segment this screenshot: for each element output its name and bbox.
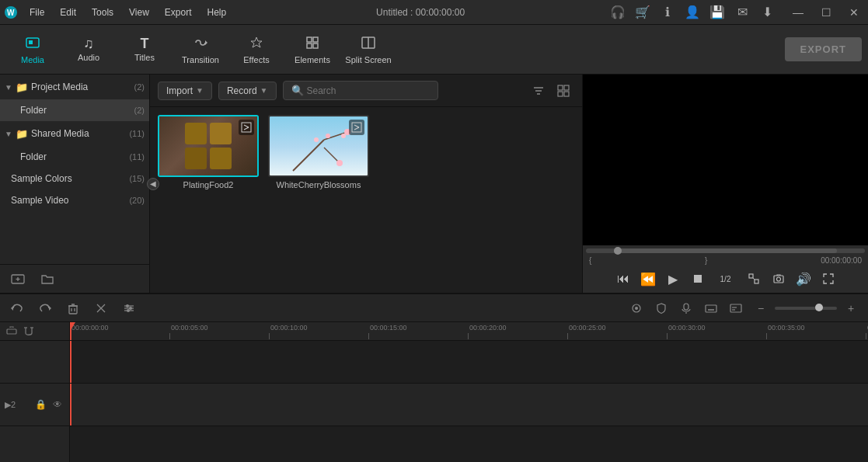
menu-help[interactable]: Help [200,0,235,25]
svg-rect-34 [755,280,758,283]
download-icon[interactable]: ⬇ [756,2,778,23]
sample-colors-item[interactable]: Sample Colors (15) [0,168,149,189]
svg-point-50 [635,307,638,310]
media-item-plating[interactable]: PlatingFood2 [158,115,259,189]
minimize-button[interactable]: — [784,0,812,25]
delete-button[interactable] [62,297,84,319]
toolbar-splitscreen[interactable]: Split Screen [342,28,395,71]
project-media-folder[interactable]: Folder (2) [0,99,149,121]
svg-line-21 [244,127,249,130]
titles-icon: T [141,36,149,50]
svg-rect-9 [313,43,318,48]
menu-file[interactable]: File [22,0,52,25]
grid-view-icon[interactable] [553,80,574,102]
app-logo: W [0,0,22,25]
menu-export[interactable]: Export [157,0,200,25]
audio-adjust-button[interactable] [118,297,140,319]
svg-point-48 [127,309,130,312]
new-folder-button[interactable] [36,269,59,288]
toolbar-titles[interactable]: T Titles [118,28,171,71]
playback-speed[interactable]: 1/2 [712,268,740,290]
media-item-cherry[interactable]: WhiteCherryBlossoms [268,115,369,189]
preview-controls: { } 00:00:00:00 ⏮ ⏪ ▶ ⏹ 1/2 🔊 [583,245,868,293]
sample-video-item[interactable]: Sample Video (20) [0,189,149,211]
add-track-icon[interactable] [5,325,19,339]
media-thumb-plating[interactable] [158,115,259,177]
volume-button[interactable]: 🔊 [793,268,814,290]
ruler-tick-7: 00:00:35:00 [766,322,805,339]
account-icon[interactable]: 👤 [682,2,703,23]
stop-button[interactable]: ⏹ [687,268,709,290]
shared-folder-icon: 📁 [16,128,28,140]
track2-lock-icon[interactable]: 🔒 [33,398,47,412]
redo-button[interactable] [34,297,56,319]
media-label-plating: PlatingFood2 [158,180,259,189]
shared-folder-count: (11) [129,152,145,162]
import-label: Import [166,85,193,96]
menu-edit[interactable]: Edit [52,0,84,25]
content-area: Import ▼ Record ▼ 🔍 [150,75,582,293]
seekbar[interactable] [586,248,865,253]
media-thumb-cherry[interactable] [268,115,369,177]
frame-back-button[interactable]: ⏪ [637,268,659,290]
shared-folder-label: Folder [20,151,129,162]
svg-rect-18 [564,92,569,96]
toolbar-media[interactable]: Media [6,28,59,71]
track1-header [0,341,69,384]
tick-label-7: 00:00:35:00 [766,322,805,332]
caption-icon[interactable] [725,297,747,319]
preview-timeline-labels: { } 00:00:00:00 [586,256,865,265]
shared-media-header[interactable]: ▼ 📁 Shared Media (11) [0,121,149,146]
menu-view[interactable]: View [121,0,157,25]
zoom-in-button[interactable]: + [840,297,862,319]
close-button[interactable]: ✕ [840,0,868,25]
toolbar-audio[interactable]: ♫ Audio [62,28,115,71]
maximize-button[interactable]: ☐ [812,0,840,25]
record-button[interactable]: Record ▼ [218,82,277,100]
mail-icon[interactable]: ✉ [731,2,753,23]
ruler-tick-5: 00:00:25:00 [567,322,606,339]
backup-icon[interactable]: 💾 [706,2,728,23]
info-icon[interactable]: ℹ [657,2,678,23]
toolbar-effects[interactable]: Effects [230,28,283,71]
filter-icon[interactable] [528,80,549,102]
panel-collapse-arrow[interactable]: ◀ [147,178,159,190]
tick-line-6 [667,333,668,339]
fit-screen-button[interactable] [743,268,765,290]
timeline-ruler[interactable]: 00:00:00:00 00:00:05:00 00:00:10:00 00:0… [70,322,868,341]
magnet-icon[interactable] [22,325,36,339]
window-title: Untitled : 00:00:00:00 [234,7,607,18]
zoom-slider[interactable] [775,307,837,310]
toolbar-elements[interactable]: Elements [286,28,339,71]
project-folder-label: Folder [20,105,134,116]
menu-tools[interactable]: Tools [84,0,121,25]
svg-line-20 [244,125,249,127]
play-button[interactable]: ▶ [662,268,684,290]
headphone-icon[interactable]: 🎧 [607,2,629,23]
svg-rect-15 [558,85,563,90]
search-input[interactable] [307,85,430,96]
preview-time: 00:00:00:00 [821,256,862,265]
keyboard-icon[interactable] [700,297,722,319]
import-button[interactable]: Import ▼ [158,82,212,100]
fullscreen-button[interactable] [817,268,839,290]
screenshot-button[interactable] [768,268,790,290]
undo-button[interactable] [6,297,28,319]
cut-button[interactable] [90,297,112,319]
zoom-out-button[interactable]: − [750,297,772,319]
cart-icon[interactable]: 🛒 [632,2,654,23]
preview-video [583,75,868,245]
shield-icon[interactable] [650,297,672,319]
shared-media-folder[interactable]: Folder (11) [0,146,149,168]
step-back-button[interactable]: ⏮ [612,268,634,290]
toolbar-transition[interactable]: Transition [174,28,227,71]
project-media-header[interactable]: ▼ 📁 Project Media (2) [0,75,149,99]
timeline-settings-icon[interactable] [626,297,647,319]
export-button[interactable]: EXPORT [785,37,862,61]
chevron-down-icon: ▼ [5,83,12,92]
mic-icon[interactable] [675,297,697,319]
add-folder-button[interactable] [6,269,30,288]
elements-label: Elements [295,55,330,64]
svg-rect-40 [69,306,77,314]
track2-eye-icon[interactable]: 👁 [51,398,64,412]
